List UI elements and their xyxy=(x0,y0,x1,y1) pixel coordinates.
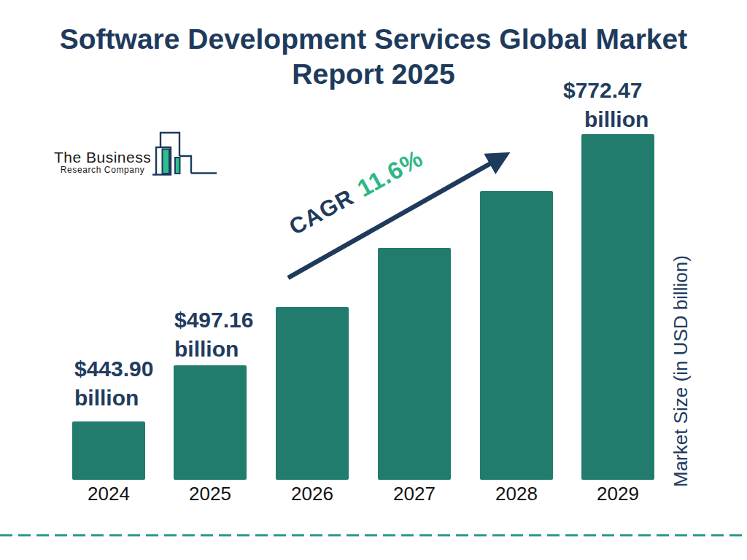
page-title-line1: Software Development Services Global Mar… xyxy=(60,23,687,55)
x-tick-2024: 2024 xyxy=(72,483,145,505)
x-tick-2026: 2026 xyxy=(276,483,349,505)
company-subname: Research Company xyxy=(54,166,151,175)
value-label-2029: $772.47 billion xyxy=(563,76,649,134)
value-label-2029-amount: $772.47 xyxy=(563,76,649,105)
value-label-2025-amount: $497.16 xyxy=(174,306,253,335)
value-label-2024: $443.90 billion xyxy=(74,354,153,413)
company-logo-text: The Business Research Company xyxy=(54,149,151,178)
market-report-figure: Software Development Services Global Mar… xyxy=(0,0,747,560)
x-tick-2025: 2025 xyxy=(174,483,247,505)
bar-2024 xyxy=(72,421,145,480)
value-label-2025-unit: billion xyxy=(174,335,253,364)
x-tick-2028: 2028 xyxy=(480,483,553,505)
logo-bars-icon xyxy=(152,131,218,178)
bar-2026 xyxy=(276,307,349,480)
y-axis-label: Market Size (in USD billion) xyxy=(670,255,692,487)
company-logo: The Business Research Company xyxy=(54,131,218,178)
x-tick-2027: 2027 xyxy=(378,483,451,505)
value-label-2024-amount: $443.90 xyxy=(74,354,153,384)
bar-2025 xyxy=(174,365,247,480)
company-name: The Business xyxy=(54,149,151,166)
value-label-2024-unit: billion xyxy=(74,384,153,413)
page-title-line2: Report 2025 xyxy=(292,58,454,90)
bar-2029 xyxy=(581,134,654,480)
x-tick-2029: 2029 xyxy=(581,483,654,505)
value-label-2029-unit: billion xyxy=(584,105,649,134)
bottom-dashed-divider xyxy=(0,533,747,537)
value-label-2025: $497.16 billion xyxy=(174,306,253,364)
